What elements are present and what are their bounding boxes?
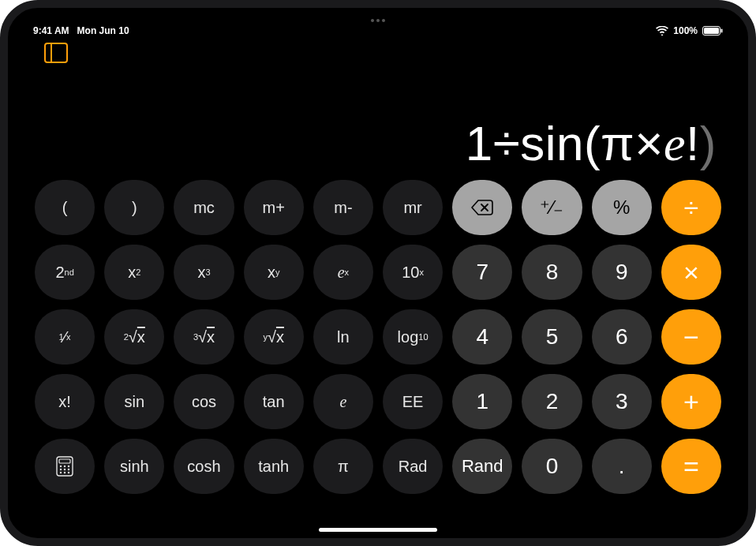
basic-mode-button[interactable] bbox=[35, 439, 95, 494]
digit-5-button[interactable]: 5 bbox=[522, 309, 582, 365]
display-segment: 1 bbox=[466, 116, 493, 170]
e-power-x-button[interactable]: ex bbox=[313, 245, 373, 300]
svg-point-9 bbox=[64, 469, 65, 470]
battery-icon bbox=[702, 26, 723, 36]
plus-button[interactable]: + bbox=[661, 374, 721, 429]
svg-rect-2 bbox=[721, 29, 723, 33]
log-base-10-button[interactable]: log10 bbox=[383, 309, 443, 365]
multiply-button[interactable]: × bbox=[661, 245, 721, 300]
radians-button[interactable]: Rad bbox=[383, 439, 443, 494]
right-paren-button[interactable]: ) bbox=[104, 180, 164, 235]
random-button[interactable]: Rand bbox=[452, 439, 512, 494]
square-root-button[interactable]: 2√x bbox=[104, 309, 164, 365]
left-paren-button[interactable]: ( bbox=[35, 180, 95, 235]
digit-0-button[interactable]: 0 bbox=[522, 439, 582, 494]
svg-point-8 bbox=[60, 469, 62, 470]
plus-minus-button[interactable]: ⁺∕₋ bbox=[522, 180, 582, 235]
digit-7-button[interactable]: 7 bbox=[452, 245, 512, 300]
keypad: ( ) mc m+ m- mr ⁺∕₋ % ÷ 2nd x2 x3 xy ex … bbox=[33, 177, 723, 494]
calculator-display: 1÷sin(π×e!) bbox=[33, 115, 723, 172]
cos-button[interactable]: cos bbox=[174, 374, 234, 429]
display-segment: ! bbox=[686, 116, 700, 170]
digit-2-button[interactable]: 2 bbox=[522, 374, 582, 429]
cosh-button[interactable]: cosh bbox=[174, 439, 234, 494]
svg-rect-4 bbox=[59, 459, 70, 463]
digit-1-button[interactable]: 1 bbox=[452, 374, 512, 429]
multitasking-dots-icon[interactable] bbox=[371, 19, 385, 22]
calculator-icon bbox=[56, 456, 73, 477]
svg-rect-1 bbox=[704, 28, 719, 34]
status-date: Mon Jun 10 bbox=[77, 25, 129, 36]
digit-9-button[interactable]: 9 bbox=[592, 245, 652, 300]
digit-8-button[interactable]: 8 bbox=[522, 245, 582, 300]
digit-6-button[interactable]: 6 bbox=[592, 309, 652, 365]
x-squared-button[interactable]: x2 bbox=[104, 245, 164, 300]
svg-point-5 bbox=[60, 466, 62, 467]
pi-button[interactable]: π bbox=[313, 439, 373, 494]
battery-percent: 100% bbox=[673, 25, 698, 36]
equals-button[interactable]: = bbox=[661, 439, 721, 494]
memory-minus-button[interactable]: m- bbox=[313, 180, 373, 235]
digit-4-button[interactable]: 4 bbox=[452, 309, 512, 365]
minus-button[interactable]: − bbox=[661, 309, 721, 365]
display-segment: sin bbox=[520, 116, 584, 170]
tanh-button[interactable]: tanh bbox=[244, 439, 304, 494]
memory-clear-button[interactable]: mc bbox=[174, 180, 234, 235]
display-segment: ( bbox=[584, 116, 601, 170]
euler-e-button[interactable]: e bbox=[313, 374, 373, 429]
tan-button[interactable]: tan bbox=[244, 374, 304, 429]
natural-log-button[interactable]: ln bbox=[313, 309, 373, 365]
x-power-y-button[interactable]: xy bbox=[244, 245, 304, 300]
sin-button[interactable]: sin bbox=[104, 374, 164, 429]
digit-3-button[interactable]: 3 bbox=[592, 374, 652, 429]
backspace-icon bbox=[471, 200, 493, 215]
display-segment: π bbox=[601, 116, 634, 170]
second-function-button[interactable]: 2nd bbox=[35, 245, 95, 300]
status-bar: 9:41 AM Mon Jun 10 100% bbox=[33, 24, 723, 38]
divide-button[interactable]: ÷ bbox=[661, 180, 721, 235]
display-segment: e bbox=[664, 117, 686, 170]
x-cubed-button[interactable]: x3 bbox=[174, 245, 234, 300]
y-root-button[interactable]: y√x bbox=[244, 309, 304, 365]
ee-exponent-button[interactable]: EE bbox=[383, 374, 443, 429]
svg-point-7 bbox=[68, 466, 69, 467]
percent-button[interactable]: % bbox=[592, 180, 652, 235]
decimal-point-button[interactable]: . bbox=[592, 439, 652, 494]
status-time: 9:41 AM bbox=[33, 25, 69, 36]
memory-recall-button[interactable]: mr bbox=[383, 180, 443, 235]
backspace-button[interactable] bbox=[452, 180, 512, 235]
ten-power-x-button[interactable]: 10x bbox=[383, 245, 443, 300]
memory-plus-button[interactable]: m+ bbox=[244, 180, 304, 235]
ipad-frame: 9:41 AM Mon Jun 10 100% 1÷sin(π×e!) ( ) … bbox=[0, 0, 756, 546]
calculator-mode-toggle-button[interactable] bbox=[44, 43, 68, 63]
factorial-button[interactable]: x! bbox=[35, 374, 95, 429]
svg-point-6 bbox=[64, 466, 65, 467]
cube-root-button[interactable]: 3√x bbox=[174, 309, 234, 365]
home-indicator[interactable] bbox=[319, 528, 437, 532]
svg-point-12 bbox=[64, 472, 65, 473]
svg-point-10 bbox=[68, 469, 69, 470]
sinh-button[interactable]: sinh bbox=[104, 439, 164, 494]
svg-point-11 bbox=[60, 472, 62, 473]
display-segment: ÷ bbox=[493, 116, 521, 170]
svg-point-13 bbox=[68, 472, 69, 473]
display-segment: ) bbox=[700, 116, 717, 170]
reciprocal-button[interactable]: 1⁄x bbox=[35, 309, 95, 365]
wifi-icon bbox=[656, 26, 668, 36]
display-segment: × bbox=[634, 116, 664, 170]
